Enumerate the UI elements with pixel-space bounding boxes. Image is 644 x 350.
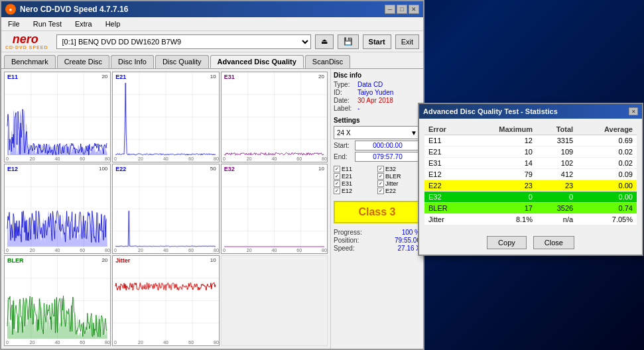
stats-cell-avg: 7.05% xyxy=(577,214,637,225)
stats-cell-label: E22 xyxy=(424,180,469,192)
tab-advanced-disc-quality[interactable]: Advanced Disc Quality xyxy=(210,55,304,68)
progress-section: Progress: 100 % Position: 79:55.00 Speed… xyxy=(334,229,420,253)
maximize-button[interactable]: □ xyxy=(397,5,407,14)
tab-scandisc[interactable]: ScanDisc xyxy=(305,55,350,68)
tab-create-disc[interactable]: Create Disc xyxy=(57,55,109,68)
window-controls: ─ □ ✕ xyxy=(385,5,419,14)
cb-e11-box[interactable]: ✓ xyxy=(334,166,340,172)
start-label: Start: xyxy=(334,142,352,149)
stats-cell-max: 8.1% xyxy=(469,214,537,225)
cb-jitter-box[interactable]: ✓ xyxy=(377,180,384,187)
cb-e21-label: E21 xyxy=(342,173,352,180)
chart-e31-canvas xyxy=(222,72,327,162)
tab-disc-quality[interactable]: Disc Quality xyxy=(155,55,209,68)
stats-cell-label: E31 xyxy=(424,158,469,169)
nero-logo: nero xyxy=(13,33,38,45)
save-button[interactable]: 💾 xyxy=(338,34,359,49)
chart-bler: BLER 20 xyxy=(4,255,111,346)
exit-button[interactable]: Exit xyxy=(395,34,419,49)
stats-cell-avg: 0.02 xyxy=(577,158,637,169)
stats-row-e21: E21 10 109 0.02 xyxy=(424,146,637,158)
stats-cell-avg: 0.09 xyxy=(577,169,637,180)
menu-help[interactable]: Help xyxy=(101,19,125,29)
cb-e31-box[interactable]: ✓ xyxy=(334,180,340,187)
cb-e12: ✓ E12 xyxy=(334,188,377,194)
cb-jitter: ✓ Jitter xyxy=(377,180,420,187)
chart-e12-canvas xyxy=(5,164,110,254)
stats-row-bler: BLER 17 3526 0.74 xyxy=(424,203,637,214)
stats-cell-total: 3315 xyxy=(537,135,577,146)
chart-e22-label: E22 xyxy=(115,166,126,172)
stats-close-x-button[interactable]: ✕ xyxy=(629,107,638,115)
cb-bler-box[interactable]: ✓ xyxy=(377,173,384,180)
toolbar: nero CD·DVD SPEED [0:1] BENQ DVD DD DW16… xyxy=(1,31,423,52)
cb-e31-label: E31 xyxy=(342,180,352,187)
chart-e11-canvas xyxy=(5,72,110,162)
menu-run-test[interactable]: Run Test xyxy=(29,19,66,29)
chart-e31: E31 20 xyxy=(221,72,328,162)
stats-cell-avg: 0.00 xyxy=(577,192,637,203)
cb-e32-box[interactable]: ✓ xyxy=(377,166,384,172)
tab-benchmark[interactable]: Benchmark xyxy=(4,55,56,68)
menu-extra[interactable]: Extra xyxy=(71,19,96,29)
stats-cell-avg: 0.69 xyxy=(577,135,637,146)
stats-cell-avg: 0.74 xyxy=(577,203,637,214)
stats-cell-total: 102 xyxy=(537,158,577,169)
stats-cell-label: E21 xyxy=(424,146,469,158)
content-area: E11 20 E21 10 E31 20 E12 100 xyxy=(1,69,423,349)
cb-e21-box[interactable]: ✓ xyxy=(334,173,340,180)
window-title: Nero CD-DVD Speed 4.7.7.16 xyxy=(20,5,128,14)
cb-e12-box[interactable]: ✓ xyxy=(334,188,340,194)
stats-close-button[interactable]: Close xyxy=(533,236,574,249)
settings-title: Settings xyxy=(334,117,420,124)
tab-disc-info[interactable]: Disc Info xyxy=(111,55,154,68)
chart-e11-label: E11 xyxy=(7,74,18,80)
cb-jitter-label: Jitter xyxy=(385,180,399,187)
col-total: Total xyxy=(537,124,577,135)
stats-row-e31: E31 14 102 0.02 xyxy=(424,158,637,169)
stats-cell-total: 109 xyxy=(537,146,577,158)
speed-value: 27.16 X xyxy=(398,245,420,252)
chart-jitter-label: Jitter xyxy=(115,257,130,264)
cb-e22-box[interactable]: ✓ xyxy=(377,188,384,194)
disc-label-label: Label: xyxy=(334,105,355,112)
chart-e11: E11 20 xyxy=(4,72,111,162)
cb-e11: ✓ E11 xyxy=(334,166,377,172)
close-button[interactable]: ✕ xyxy=(409,5,419,14)
right-panel: Disc info Type: Data CD ID: Taiyo Yuden … xyxy=(330,69,423,349)
speed-selector[interactable]: 24 X ▼ xyxy=(334,126,420,139)
chart-jitter: Jitter 10 xyxy=(112,255,219,346)
stats-cell-max: 23 xyxy=(469,180,537,192)
end-time-value: 079:57.70 xyxy=(355,152,420,162)
cb-e22: ✓ E22 xyxy=(377,188,420,194)
disc-label-value: - xyxy=(357,105,359,112)
stats-cell-avg: 0.00 xyxy=(577,180,637,192)
copy-button[interactable]: Copy xyxy=(487,236,527,249)
chart-bler-label: BLER xyxy=(7,257,24,264)
eject-button[interactable]: ⏏ xyxy=(315,34,334,49)
start-button[interactable]: Start xyxy=(363,34,391,49)
minimize-button[interactable]: ─ xyxy=(385,5,395,14)
position-value: 79:55.00 xyxy=(395,237,420,244)
chart-e22: E22 50 xyxy=(112,164,219,255)
stats-dialog: Advanced Disc Quality Test - Statistics … xyxy=(418,103,643,256)
disc-label-row: Label: - xyxy=(334,105,420,112)
chart-e21-canvas xyxy=(113,72,218,162)
disc-id-value: Taiyo Yuden xyxy=(357,89,393,96)
disc-type-value: Data CD xyxy=(357,81,383,88)
chart-e32-canvas xyxy=(222,164,327,254)
disc-id-label: ID: xyxy=(334,89,355,96)
chart-e21: E21 10 xyxy=(112,72,219,162)
cb-bler-label: BLER xyxy=(385,173,401,180)
drive-selector[interactable]: [0:1] BENQ DVD DD DW1620 B7W9 xyxy=(56,34,311,49)
stats-cell-label: E12 xyxy=(424,169,469,180)
menu-file[interactable]: File xyxy=(4,19,24,29)
cb-e31: ✓ E31 xyxy=(334,180,377,187)
cb-bler: ✓ BLER xyxy=(377,173,420,180)
stats-row-jitter: Jitter 8.1% n/a 7.05% xyxy=(424,214,637,225)
stats-content: Error Maximum Total Average E11 12 3315 … xyxy=(419,119,642,231)
speed-row: Speed: 27.16 X xyxy=(334,245,420,252)
cb-e32-label: E32 xyxy=(385,166,396,172)
class-badge: Class 3 xyxy=(334,201,420,223)
stats-row-e22: E22 23 23 0.00 xyxy=(424,180,637,192)
